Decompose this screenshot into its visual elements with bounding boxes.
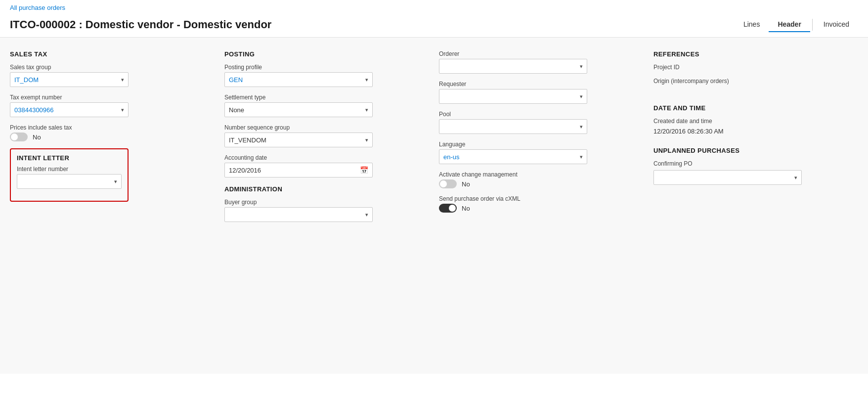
- language-dropdown-icon: ▾: [580, 154, 583, 160]
- tax-group-field: Sales tax group IT_DOM ▾: [10, 64, 215, 87]
- posting-profile-value: GEN: [229, 76, 361, 84]
- administration-header: ADMINISTRATION: [224, 185, 429, 193]
- posting-profile-field: Posting profile GEN ▾: [224, 64, 429, 87]
- num-seq-field: Number sequence group IT_VENDOM ▾: [224, 124, 429, 147]
- intent-number-field: Intent letter number ▾: [17, 166, 122, 189]
- tax-exempt-select[interactable]: 03844300966 ▾: [10, 102, 129, 117]
- posting-profile-label: Posting profile: [224, 64, 429, 71]
- project-id-field: Project ID: [653, 64, 858, 71]
- prices-include-toggle-row: No: [10, 133, 215, 141]
- prices-include-toggle[interactable]: [10, 133, 28, 141]
- prices-include-toggle-knob: [11, 133, 18, 140]
- buyer-group-dropdown-icon: ▾: [365, 212, 368, 218]
- num-seq-select[interactable]: IT_VENDOM ▾: [224, 133, 373, 147]
- orderer-label: Orderer: [439, 50, 644, 57]
- tab-invoiced[interactable]: Invoiced: [815, 17, 858, 32]
- requester-label: Requester: [439, 81, 644, 88]
- send-cxml-field: Send purchase order via cXML No: [439, 195, 644, 213]
- intent-number-dropdown-icon: ▾: [114, 178, 117, 185]
- confirming-po-select[interactable]: ▾: [653, 170, 802, 185]
- calendar-icon[interactable]: 📅: [360, 166, 368, 174]
- tax-exempt-value: 03844300966: [14, 106, 117, 114]
- project-id-label: Project ID: [653, 64, 858, 71]
- breadcrumb[interactable]: All purchase orders: [10, 4, 858, 11]
- activate-change-toggle-row: No: [439, 179, 644, 188]
- send-cxml-toggle-row: No: [439, 204, 644, 213]
- settlement-type-field: Settlement type None ▾: [224, 94, 429, 117]
- buyer-group-label: Buyer group: [224, 199, 429, 206]
- pool-select[interactable]: ▾: [439, 119, 587, 134]
- column-1: SALES TAX Sales tax group IT_DOM ▾ Tax e…: [10, 50, 215, 229]
- requester-field: Requester ▾: [439, 81, 644, 104]
- column-2: POSTING Posting profile GEN ▾ Settlement…: [224, 50, 429, 229]
- accounting-date-value: 12/20/2016: [229, 167, 360, 174]
- confirming-po-dropdown-icon: ▾: [794, 175, 797, 181]
- tax-exempt-dropdown-icon: ▾: [121, 107, 124, 113]
- prices-include-label: Prices include sales tax: [10, 124, 215, 131]
- orderer-dropdown-icon: ▾: [580, 63, 583, 70]
- tax-group-select[interactable]: IT_DOM ▾: [10, 72, 129, 87]
- settlement-type-label: Settlement type: [224, 94, 429, 101]
- settlement-type-value: None: [229, 106, 361, 114]
- date-time-header: DATE AND TIME: [653, 104, 858, 112]
- confirming-po-field: Confirming PO ▾: [653, 160, 858, 185]
- intent-number-select[interactable]: ▾: [17, 174, 122, 189]
- language-label: Language: [439, 141, 644, 148]
- accounting-date-field: Accounting date 12/20/2016 📅: [224, 154, 429, 177]
- origin-field: Origin (intercompany orders): [653, 78, 858, 85]
- send-cxml-label: Send purchase order via cXML: [439, 195, 644, 202]
- tax-group-value: IT_DOM: [14, 76, 117, 84]
- header-tabs: Lines Header Invoiced: [735, 17, 858, 32]
- tab-lines[interactable]: Lines: [735, 17, 769, 32]
- main-grid: SALES TAX Sales tax group IT_DOM ▾ Tax e…: [10, 45, 858, 229]
- num-seq-label: Number sequence group: [224, 124, 429, 131]
- created-date-label: Created date and time: [653, 118, 858, 125]
- settlement-type-dropdown-icon: ▾: [365, 107, 368, 113]
- tax-exempt-label: Tax exempt number: [10, 94, 215, 101]
- settlement-type-select[interactable]: None ▾: [224, 102, 373, 117]
- language-field: Language en-us ▾: [439, 141, 644, 164]
- buyer-group-field: Buyer group ▾: [224, 199, 429, 222]
- tab-header[interactable]: Header: [769, 17, 810, 32]
- intent-number-label: Intent letter number: [17, 166, 122, 173]
- buyer-group-select[interactable]: ▾: [224, 207, 373, 222]
- pool-label: Pool: [439, 111, 644, 118]
- tax-exempt-field: Tax exempt number 03844300966 ▾: [10, 94, 215, 117]
- language-value: en-us: [443, 153, 576, 161]
- posting-profile-dropdown-icon: ▾: [365, 77, 368, 83]
- activate-change-label: Activate change management: [439, 171, 644, 178]
- column-4: REFERENCES Project ID Origin (intercompa…: [653, 50, 858, 229]
- created-date-field: Created date and time 12/20/2016 08:26:3…: [653, 118, 858, 135]
- references-header: REFERENCES: [653, 50, 858, 58]
- send-cxml-toggle-knob: [449, 205, 456, 212]
- requester-select[interactable]: ▾: [439, 89, 587, 104]
- prices-include-value: No: [33, 133, 41, 141]
- top-bar: All purchase orders: [0, 0, 868, 11]
- tab-divider: [812, 19, 813, 31]
- pool-field: Pool ▾: [439, 111, 644, 134]
- column-3: Orderer ▾ Requester ▾ Pool ▾: [439, 50, 644, 229]
- accounting-date-input[interactable]: 12/20/2016 📅: [224, 163, 373, 177]
- activate-change-toggle[interactable]: [439, 179, 457, 188]
- intent-letter-box: INTENT LETTER Intent letter number ▾: [10, 148, 129, 202]
- sales-tax-header: SALES TAX: [10, 50, 215, 58]
- orderer-field: Orderer ▾: [439, 50, 644, 74]
- confirming-po-label: Confirming PO: [653, 160, 858, 167]
- send-cxml-toggle[interactable]: [439, 204, 457, 213]
- accounting-date-label: Accounting date: [224, 154, 429, 161]
- tax-group-dropdown-icon: ▾: [121, 77, 124, 83]
- created-date-value: 12/20/2016 08:26:30 AM: [653, 128, 858, 135]
- activate-change-value: No: [462, 180, 470, 188]
- num-seq-value: IT_VENDOM: [229, 136, 361, 144]
- orderer-select[interactable]: ▾: [439, 59, 587, 74]
- page-header: ITCO-000002 : Domestic vendor - Domestic…: [0, 13, 868, 38]
- prices-include-field: Prices include sales tax No: [10, 124, 215, 141]
- posting-profile-select[interactable]: GEN ▾: [224, 72, 373, 87]
- language-select[interactable]: en-us ▾: [439, 149, 587, 164]
- tax-group-label: Sales tax group: [10, 64, 215, 71]
- origin-label: Origin (intercompany orders): [653, 78, 858, 85]
- posting-header: POSTING: [224, 50, 429, 58]
- requester-dropdown-icon: ▾: [580, 93, 583, 100]
- content-area: SALES TAX Sales tax group IT_DOM ▾ Tax e…: [0, 38, 868, 374]
- activate-change-field: Activate change management No: [439, 171, 644, 188]
